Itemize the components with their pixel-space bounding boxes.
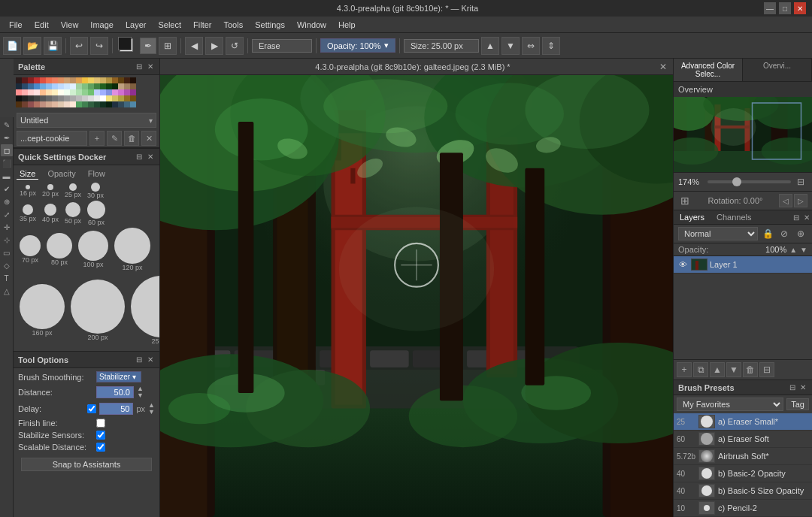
- qs-close-button[interactable]: ✕: [146, 153, 155, 161]
- brush-preset-eraser-small[interactable]: 25 a) Eraser Small*: [674, 413, 812, 431]
- mirror-v-button[interactable]: ⇕: [542, 37, 560, 55]
- color-cell[interactable]: [130, 83, 136, 89]
- color-cell[interactable]: [22, 95, 28, 101]
- color-cell[interactable]: [82, 89, 88, 95]
- color-cell[interactable]: [76, 77, 82, 83]
- tag-button[interactable]: Tag: [786, 398, 809, 410]
- color-cell[interactable]: [88, 77, 94, 83]
- color-cell[interactable]: [82, 101, 88, 107]
- color-cell[interactable]: [76, 101, 82, 107]
- color-cell[interactable]: [40, 89, 46, 95]
- color-cell[interactable]: [52, 101, 58, 107]
- brush-preset-eraser-soft[interactable]: 60 a) Eraser Soft: [674, 431, 812, 448]
- color-cell[interactable]: [64, 77, 70, 83]
- selection-tool[interactable]: ▭: [1, 246, 13, 258]
- snap-to-assistants-button[interactable]: Snap to Assistants: [21, 458, 152, 471]
- grid-view-button[interactable]: ⊞: [159, 37, 177, 55]
- color-cell[interactable]: [34, 101, 40, 107]
- menu-select[interactable]: Select: [152, 19, 187, 31]
- color-cell[interactable]: [28, 95, 34, 101]
- color-cell[interactable]: [16, 95, 22, 101]
- brush-size-250[interactable]: 250 px: [131, 276, 160, 345]
- layers-close-button[interactable]: ✕: [801, 212, 812, 223]
- color-cell[interactable]: [118, 77, 124, 83]
- color-cell[interactable]: [88, 83, 94, 89]
- overview-tab[interactable]: Overvi...: [743, 59, 812, 81]
- qs-tab-size[interactable]: Size: [17, 168, 38, 180]
- color-cell[interactable]: [100, 101, 106, 107]
- color-cell[interactable]: [52, 95, 58, 101]
- color-cell[interactable]: [22, 89, 28, 95]
- color-cell[interactable]: [34, 89, 40, 95]
- delay-up-button[interactable]: ▲▼: [148, 402, 155, 416]
- zoom-slider[interactable]: [707, 180, 791, 183]
- color-cell[interactable]: [88, 95, 94, 101]
- fill-tool[interactable]: ⬛: [1, 157, 13, 169]
- color-cell[interactable]: [58, 89, 64, 95]
- crop-tool[interactable]: ⊹: [1, 234, 13, 246]
- brush-size-20[interactable]: 20 px: [42, 184, 59, 198]
- rotation-left-button[interactable]: ◁: [779, 194, 792, 207]
- color-cell[interactable]: [70, 83, 76, 89]
- color-cell[interactable]: [130, 101, 136, 107]
- color-cell[interactable]: [58, 77, 64, 83]
- color-picker-tool[interactable]: ✔: [1, 183, 13, 195]
- delete-layer-button[interactable]: 🗑: [743, 362, 758, 377]
- scalable-distance-checkbox[interactable]: [96, 443, 105, 452]
- color-cell[interactable]: [88, 89, 94, 95]
- color-cell[interactable]: [124, 89, 130, 95]
- color-cell[interactable]: [118, 83, 124, 89]
- to-options-button[interactable]: ⊟: [135, 355, 144, 364]
- color-cell[interactable]: [64, 101, 70, 107]
- nav-left-button[interactable]: ◀: [185, 37, 203, 55]
- size-down-button[interactable]: ▼: [501, 37, 520, 55]
- rotation-right-button[interactable]: ▷: [794, 194, 807, 207]
- delay-checkbox[interactable]: [87, 404, 96, 413]
- color-cell[interactable]: [70, 95, 76, 101]
- layer-passthrough-button[interactable]: ⊕: [794, 227, 807, 240]
- menu-image[interactable]: Image: [84, 19, 120, 31]
- color-cell[interactable]: [46, 101, 52, 107]
- color-cell[interactable]: [88, 101, 94, 107]
- menu-window[interactable]: Window: [291, 19, 332, 31]
- brush-preset-basic2[interactable]: 40 b) Basic-2 Opacity: [674, 465, 812, 482]
- move-tool[interactable]: ✛: [1, 221, 13, 233]
- mirror-h-button[interactable]: ⇔: [522, 37, 540, 55]
- color-cell[interactable]: [124, 77, 130, 83]
- brush-size-120[interactable]: 120 px: [114, 228, 150, 271]
- move-layer-up-button[interactable]: ▲: [710, 362, 725, 377]
- menu-layer[interactable]: Layer: [120, 19, 153, 31]
- color-cell[interactable]: [106, 101, 112, 107]
- brush-size-160[interactable]: 160 px: [20, 284, 65, 337]
- color-cell[interactable]: [58, 95, 64, 101]
- blend-mode-select[interactable]: Normal: [678, 227, 758, 240]
- brush-smoothing-dropdown[interactable]: Stabilizer ▾: [96, 371, 141, 382]
- color-cell[interactable]: [100, 95, 106, 101]
- color-cell[interactable]: [94, 77, 100, 83]
- gradient-tool[interactable]: ▬: [1, 170, 13, 182]
- color-cell[interactable]: [40, 95, 46, 101]
- color-cell[interactable]: [94, 95, 100, 101]
- brush-category-select[interactable]: My Favorites: [677, 398, 783, 411]
- brush-size-35[interactable]: 35 px: [20, 204, 36, 222]
- qs-tab-flow[interactable]: Flow: [85, 168, 108, 180]
- color-cell[interactable]: [112, 77, 118, 83]
- color-cell[interactable]: [124, 95, 130, 101]
- layers-tab[interactable]: Layers: [674, 210, 710, 224]
- layer-properties-button[interactable]: ⊟: [759, 362, 774, 377]
- brush-size-70[interactable]: 70 px: [20, 235, 41, 264]
- color-cell[interactable]: [130, 89, 136, 95]
- color-cell[interactable]: [94, 89, 100, 95]
- color-cell[interactable]: [28, 89, 34, 95]
- color-cell[interactable]: [58, 83, 64, 89]
- menu-view[interactable]: View: [55, 19, 85, 31]
- color-cell[interactable]: [112, 89, 118, 95]
- distance-up-button[interactable]: ▲▼: [137, 385, 144, 399]
- brush-size-50[interactable]: 50 px: [65, 202, 81, 225]
- color-cell[interactable]: [22, 77, 28, 83]
- advanced-color-tab[interactable]: Advanced Color Selec...: [674, 59, 743, 81]
- color-cell[interactable]: [100, 83, 106, 89]
- delay-input[interactable]: 50: [99, 403, 133, 415]
- erase-mode-label[interactable]: Erase: [252, 39, 312, 53]
- canvas-painting[interactable]: [160, 75, 673, 517]
